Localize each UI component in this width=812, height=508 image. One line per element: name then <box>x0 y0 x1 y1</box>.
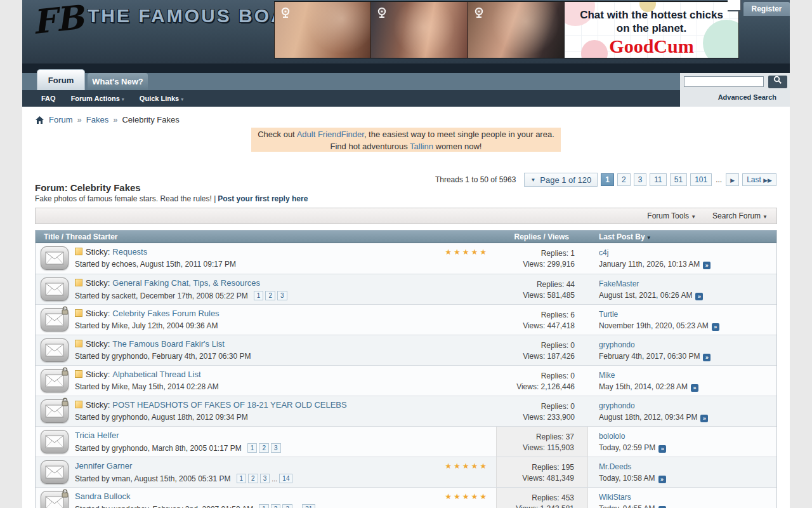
views-count: Views: 581,485 <box>496 290 575 301</box>
column-header-replies[interactable]: Replies / Views <box>496 231 588 243</box>
thread-title-link[interactable]: Tricia Helfer <box>75 431 119 440</box>
goto-last-post-icon[interactable]: » <box>658 445 666 453</box>
goto-last-post-icon[interactable]: » <box>695 293 703 300</box>
ad-photo[interactable] <box>468 2 565 58</box>
page-button[interactable]: 3 <box>634 173 647 186</box>
next-page-button[interactable]: ▶ <box>726 173 739 186</box>
sticky-note-icon <box>75 340 82 347</box>
thread-title-link[interactable]: Celebrity Fakes Forum Rules <box>112 309 219 318</box>
thread-title-link[interactable]: Alphabetical Thread List <box>112 370 200 379</box>
search-forum-dropdown[interactable]: Search Forum▼ <box>712 211 768 220</box>
views-count: Views: 115,903 <box>497 443 574 453</box>
page-button[interactable]: 101 <box>690 173 712 186</box>
ad-banner[interactable]: Chat with the hottest chicks on the plan… <box>274 1 739 58</box>
goto-last-post-icon[interactable]: » <box>700 415 708 422</box>
lastpost-user-link[interactable]: gryphondo <box>599 401 635 410</box>
search-button[interactable] <box>768 76 787 88</box>
ad-text-panel[interactable]: Chat with the hottest chicks on the plan… <box>565 2 738 58</box>
lastpost-user-link[interactable]: Mr.Deeds <box>599 462 631 471</box>
ad-photo[interactable] <box>371 2 468 58</box>
advanced-search-link[interactable]: Advanced Search <box>718 93 776 101</box>
menu-item-forum-actions[interactable]: Forum Actions▾ <box>71 95 124 102</box>
header-divider-strip <box>22 64 790 73</box>
thread-title-link[interactable]: The Famous Board Fakir's List <box>112 339 225 349</box>
thread-page-link[interactable]: 2 <box>248 474 258 483</box>
thread-icon-cell <box>36 335 75 365</box>
search-icon <box>773 76 782 84</box>
lastpost-user-link[interactable]: Mike <box>599 371 615 380</box>
thread-replies-cell: Replies: 0 Views: 233,900 <box>496 396 588 426</box>
thread-page-link[interactable]: 31 <box>302 504 315 508</box>
forum-description: Fake photos of famous female stars. Read… <box>35 194 308 203</box>
tab-whats-new[interactable]: What's New? <box>88 73 148 90</box>
thread-page-link[interactable]: 14 <box>279 474 292 483</box>
lastpost-user-link[interactable]: WikiStars <box>599 493 631 502</box>
search-input[interactable] <box>684 76 764 87</box>
table-row: Sticky:General Faking Chat, Tips, & Reso… <box>36 274 776 304</box>
thread-replies-cell: Replies: 453 Views: 1,243,581 <box>496 488 588 508</box>
lastpost-user-link[interactable]: Turtle <box>599 310 618 319</box>
goto-last-post-icon[interactable]: » <box>712 323 719 331</box>
lastpost-user-link[interactable]: c4j <box>599 248 608 257</box>
lastpost-date: February 4th, 2017, 06:30 PM <box>599 352 700 361</box>
lastpost-user-link[interactable]: bolololo <box>599 432 625 441</box>
thread-title-link[interactable]: General Faking Chat, Tips, & Resources <box>112 278 260 288</box>
chevron-down-icon: ▾ <box>122 97 124 102</box>
thread-page-link[interactable]: 3 <box>282 504 292 508</box>
webcam-icon <box>473 7 485 18</box>
thread-title-link[interactable]: POST HEADSHOTS OF FAKES OF 18-21 YEAR OL… <box>112 400 346 410</box>
thread-replies-cell: Replies: 6 Views: 447,418 <box>496 305 588 335</box>
page-button[interactable]: 11 <box>650 173 666 186</box>
forum-tools-dropdown[interactable]: Forum Tools▼ <box>647 211 696 220</box>
goto-last-post-icon[interactable]: » <box>703 262 710 269</box>
column-header-lastpost[interactable]: Last Post By▼ <box>588 231 776 243</box>
page-selector-dropdown[interactable]: ▼ Page 1 of 120 <box>524 173 598 187</box>
thread-page-links: 123 <box>252 291 287 300</box>
lastpost-user-link[interactable]: FakeMaster <box>599 279 639 288</box>
table-row: Tricia Helfer Started by gryphondo, Marc… <box>36 426 776 457</box>
lastpost-date: May 15th, 2014, 02:28 AM <box>599 382 688 391</box>
page-button[interactable]: 1 <box>601 173 614 186</box>
goto-last-post-icon[interactable]: » <box>703 354 710 361</box>
thread-page-link[interactable]: 1 <box>247 443 258 453</box>
last-page-button[interactable]: Last ▶▶ <box>742 173 776 186</box>
thread-icon-cell <box>36 457 75 487</box>
thread-title-link[interactable]: Jennifer Garner <box>75 461 132 471</box>
thread-title-link[interactable]: Requests <box>112 247 147 257</box>
thread-page-link[interactable]: 1 <box>254 291 264 300</box>
envelope-icon <box>41 430 69 453</box>
notice-link-adult-friendfinder[interactable]: Adult FriendFinder <box>297 130 364 139</box>
thread-title-link[interactable]: Sandra Bullock <box>75 491 130 501</box>
menu-item-quick-links[interactable]: Quick Links▾ <box>140 95 183 102</box>
white-corner-box <box>728 0 742 11</box>
first-reply-link[interactable]: Post your first reply here <box>218 194 308 203</box>
column-header-title[interactable]: Title / Thread Starter <box>36 231 496 243</box>
goto-last-post-icon[interactable]: » <box>691 384 698 392</box>
goto-last-post-icon[interactable]: » <box>658 476 666 483</box>
page-button[interactable]: 51 <box>670 173 687 186</box>
thread-page-link[interactable]: 1 <box>259 504 269 508</box>
page-button[interactable]: 2 <box>617 173 631 186</box>
breadcrumb-link-fakes[interactable]: Fakes <box>86 115 108 124</box>
thread-replies-cell: Replies: 0 Views: 2,126,446 <box>496 366 588 396</box>
register-button[interactable]: Register <box>743 2 790 16</box>
menu-item-faq[interactable]: FAQ <box>41 95 56 102</box>
fb-logo: FB <box>30 0 86 41</box>
breadcrumb-separator-icon: » <box>113 115 117 124</box>
thread-title-cell: Sticky:POST HEADSHOTS OF FAKES OF 18-21 … <box>75 396 496 426</box>
thread-page-link[interactable]: 3 <box>271 443 281 453</box>
home-icon[interactable] <box>35 116 44 124</box>
notice-link-tallinn[interactable]: Tallinn <box>410 142 433 151</box>
thread-page-link[interactable]: 3 <box>260 474 270 483</box>
sort-arrow-icon: ▼ <box>646 235 652 241</box>
ad-photo[interactable] <box>275 2 371 58</box>
tab-forum[interactable]: Forum <box>37 69 85 90</box>
lastpost-user-link[interactable]: gryphondo <box>599 340 635 349</box>
thread-page-link[interactable]: 1 <box>237 474 247 483</box>
breadcrumb-link-forum[interactable]: Forum <box>49 115 73 124</box>
thread-page-link[interactable]: 3 <box>277 291 287 300</box>
thread-page-link[interactable]: 2 <box>271 504 281 508</box>
thread-page-link[interactable]: 2 <box>259 443 269 453</box>
thread-page-link[interactable]: 2 <box>265 291 275 300</box>
thread-icon-cell <box>36 366 75 396</box>
